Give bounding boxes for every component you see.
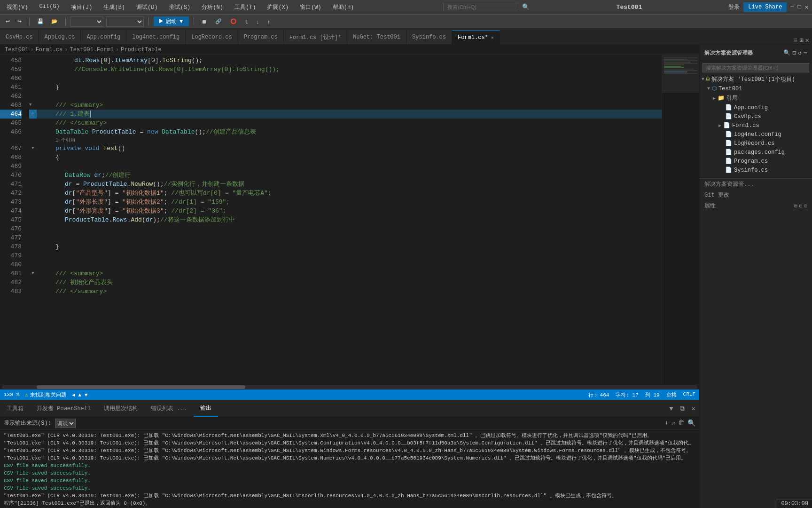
code-line-475: ProductTable.Rows.Add(dr);//将这一条数据添加到行中 — [29, 215, 662, 224]
stop-button[interactable]: ⏹ — [199, 18, 210, 25]
sidebar-bottom-props[interactable]: 属性 ⊞ ⊟ ⊡ — [700, 200, 812, 211]
search-icon[interactable]: 🔍 — [522, 3, 530, 11]
panel-tab-powershell[interactable]: 开发者 PowerShell — [30, 400, 97, 417]
props-icon-3[interactable]: ⊡ — [804, 203, 807, 209]
tab-log4net[interactable]: log4net.config — [126, 30, 186, 44]
tree-csvhp[interactable]: 📄 CsvHp.cs — [700, 112, 812, 121]
breadcrumb-member[interactable]: ProductTable — [121, 47, 161, 53]
panel-float-icon[interactable]: ⧉ — [680, 405, 685, 413]
code-editor[interactable]: 458 459 460 461 462 463 464 465 466 467 … — [0, 55, 699, 384]
output-source-select[interactable]: 调试 — [55, 419, 76, 428]
tab-sysinfo[interactable]: Sysinfo.cs — [406, 30, 452, 44]
tab-logrecord[interactable]: LogRecord.cs — [186, 30, 238, 44]
sidebar-collapse-icon[interactable]: ⊟ — [793, 49, 796, 56]
panel-tab-output[interactable]: 输出 — [194, 400, 218, 417]
tree-log4net[interactable]: 📄 log4net.config — [700, 130, 812, 139]
tree-program[interactable]: 📄 Program.cs — [700, 157, 812, 166]
panel-tab-toolbox[interactable]: 工具箱 — [0, 400, 30, 417]
sidebar-search-input[interactable] — [703, 63, 809, 72]
login-button[interactable]: 登录 — [728, 3, 740, 11]
tree-references[interactable]: ▶ 📁 引用 — [700, 93, 812, 103]
tab-close-icon[interactable]: ✕ — [491, 35, 494, 40]
output-clear-icon[interactable]: 🗑 — [678, 419, 685, 427]
output-find-icon[interactable]: 🔍 — [687, 419, 695, 427]
tab-nuget[interactable]: NuGet: Test001 — [347, 30, 406, 44]
menu-tools[interactable]: 工具(T) — [232, 2, 259, 12]
fold-marker-463[interactable]: ▼ — [29, 101, 37, 110]
sidebar-more-icon[interactable]: ⋯ — [804, 49, 807, 56]
debug-config-select[interactable]: Debug — [70, 16, 103, 27]
menu-ext[interactable]: 扩展(X) — [264, 2, 291, 12]
tree-packages[interactable]: 📄 packages.config — [700, 148, 812, 157]
warning-text[interactable]: 未找到相关问题 — [30, 391, 66, 398]
fold-marker-481[interactable]: ▼ — [29, 269, 37, 278]
sidebar-refresh-icon[interactable]: ↺ — [798, 49, 802, 56]
nav-arrows[interactable]: ◀ ▲ ▼ — [72, 392, 87, 398]
liveshare-button[interactable]: Live Share — [743, 2, 787, 12]
props-icon-2[interactable]: ⊟ — [799, 203, 803, 209]
tab-csvhp[interactable]: CsvHp.cs — [0, 30, 39, 44]
breadcrumb-project[interactable]: Test001 — [5, 47, 28, 53]
close-icon[interactable]: ✕ — [805, 4, 808, 11]
menu-test[interactable]: 测试(S) — [166, 2, 194, 12]
tree-form1[interactable]: ▶ 📄 Form1.cs — [700, 121, 812, 130]
sidebar-search-icon[interactable]: 🔍 — [783, 49, 791, 56]
breadcrumb-class[interactable]: Test001.Form1 — [70, 47, 114, 53]
maximize-icon[interactable]: □ — [798, 4, 801, 10]
tab-form1-cs[interactable]: Form1.cs* ✕ — [452, 30, 500, 44]
panel-tab-callstack[interactable]: 调用层次结构 — [97, 400, 144, 417]
tab-appconfig[interactable]: App.config — [81, 30, 126, 44]
fold-marker-467[interactable]: ▼ — [29, 144, 37, 153]
sidebar-bottom-solution[interactable]: 解决方案资源管... — [700, 179, 812, 190]
horizontal-scrollbar[interactable] — [0, 384, 699, 389]
tree-logrecord[interactable]: 📄 LogRecord.cs — [700, 139, 812, 148]
output-scroll-icon[interactable]: ⬇ — [664, 419, 668, 427]
minimize-icon[interactable]: — — [790, 4, 794, 10]
search-input[interactable] — [443, 3, 518, 11]
tree-ref-label: 引用 — [726, 94, 738, 102]
sidebar-bottom-git[interactable]: Git 更改 — [700, 190, 812, 200]
output-content[interactable]: "Test001.exe" (CLR v4.0.30319: Test001.e… — [0, 430, 699, 508]
panel-minimize-icon[interactable]: ▼ — [669, 405, 673, 413]
step-into-button[interactable]: ↓ — [254, 18, 262, 25]
tab-list-icon[interactable]: ≡ — [794, 37, 797, 44]
tab-form1-design[interactable]: Form1.cs [设计]* — [284, 30, 347, 44]
tab-program[interactable]: Program.cs — [238, 30, 284, 44]
step-out-button[interactable]: ↑ — [265, 18, 273, 25]
breadcrumb-file[interactable]: Form1.cs — [36, 47, 63, 53]
tree-sysinfo[interactable]: 📄 Sysinfo.cs — [700, 166, 812, 175]
menu-help[interactable]: 帮助(H) — [330, 2, 357, 12]
sidebar-title: 解决方案资源管理器 — [704, 49, 753, 56]
menu-analyze[interactable]: 分析(N) — [199, 2, 226, 12]
undo-button[interactable]: ↩ — [3, 17, 13, 25]
char-info: 字符: 17 — [616, 391, 638, 398]
code-line-464: › /// 1.建表 — [29, 110, 662, 119]
step-over-button[interactable]: ⤵ — [242, 18, 251, 25]
menu-project[interactable]: 项目(J) — [68, 2, 95, 12]
open-button[interactable]: 📂 — [48, 17, 61, 25]
tab-applog[interactable]: AppLog.cs — [39, 30, 81, 44]
menu-build[interactable]: 生成(B) — [101, 2, 128, 12]
tree-project[interactable]: ▼ ⬡ Test001 — [700, 84, 812, 93]
menu-window[interactable]: 窗口(W) — [297, 2, 324, 12]
menu-bar[interactable]: 视图(V) Git(G) 项目(J) 生成(B) 调试(D) 测试(S) 分析(… — [4, 2, 357, 12]
panel-close-icon[interactable]: ✕ — [692, 405, 695, 413]
tab-split-icon[interactable]: ⊞ — [799, 36, 803, 44]
tree-appconfig[interactable]: 📄 App.config — [700, 103, 812, 112]
menu-git[interactable]: Git(G) — [37, 2, 62, 12]
run-button[interactable]: ▶ 启动 ▼ — [154, 16, 189, 26]
save-button[interactable]: 💾 — [34, 17, 47, 25]
panel-tab-errors[interactable]: 错误列表 ... — [144, 400, 194, 417]
tree-solution[interactable]: ▼ ⊞ 解决方案 'Test001'(1个项目) — [700, 74, 812, 84]
redo-button[interactable]: ↪ — [15, 17, 24, 25]
props-icon-1[interactable]: ⊞ — [794, 203, 797, 209]
zoom-level[interactable]: 138 % — [4, 392, 19, 397]
code-content[interactable]: dt.Rows[0].ItemArray[0].ToString(); //Co… — [24, 55, 662, 384]
output-wrap-icon[interactable]: ⇌ — [671, 419, 675, 427]
menu-debug[interactable]: 调试(D) — [133, 2, 161, 12]
attach-button[interactable]: 🔗 — [212, 17, 225, 25]
tab-close-all-icon[interactable]: ✕ — [805, 36, 809, 44]
cpu-config-select[interactable]: Any CPU — [106, 16, 144, 27]
menu-view[interactable]: 视图(V) — [4, 2, 31, 12]
breakpoint-button[interactable]: ⭕ — [227, 17, 240, 25]
